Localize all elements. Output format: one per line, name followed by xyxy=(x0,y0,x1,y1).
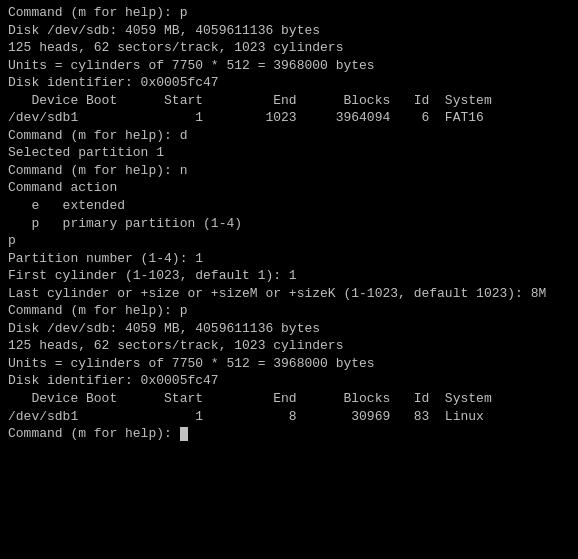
terminal-line: e extended xyxy=(8,197,570,215)
terminal-line: Device Boot Start End Blocks Id System xyxy=(8,92,570,110)
terminal-line: /dev/sdb1 1 1023 3964094 6 FAT16 xyxy=(8,109,570,127)
terminal-line: First cylinder (1-1023, default 1): 1 xyxy=(8,267,570,285)
terminal-line: Selected partition 1 xyxy=(8,144,570,162)
terminal-line: Last cylinder or +size or +sizeM or +siz… xyxy=(8,285,570,303)
terminal-line: Command action xyxy=(8,179,570,197)
terminal-line: Command (m for help): xyxy=(8,425,570,443)
terminal-line: Partition number (1-4): 1 xyxy=(8,250,570,268)
terminal-line: 125 heads, 62 sectors/track, 1023 cylind… xyxy=(8,337,570,355)
terminal-line: Command (m for help): n xyxy=(8,162,570,180)
terminal-line: Command (m for help): p xyxy=(8,302,570,320)
terminal-line: /dev/sdb1 1 8 30969 83 Linux xyxy=(8,408,570,426)
terminal-line: p xyxy=(8,232,570,250)
terminal-line: p primary partition (1-4) xyxy=(8,215,570,233)
terminal-line: Disk identifier: 0x0005fc47 xyxy=(8,372,570,390)
terminal-line: Command (m for help): d xyxy=(8,127,570,145)
terminal-cursor xyxy=(180,427,188,441)
terminal-line: Command (m for help): p xyxy=(8,4,570,22)
terminal-line: Disk /dev/sdb: 4059 MB, 4059611136 bytes xyxy=(8,22,570,40)
terminal-line: Disk /dev/sdb: 4059 MB, 4059611136 bytes xyxy=(8,320,570,338)
terminal-line: Device Boot Start End Blocks Id System xyxy=(8,390,570,408)
terminal-output: Command (m for help): pDisk /dev/sdb: 40… xyxy=(8,4,570,443)
terminal-line: Units = cylinders of 7750 * 512 = 396800… xyxy=(8,57,570,75)
terminal-line: 125 heads, 62 sectors/track, 1023 cylind… xyxy=(8,39,570,57)
terminal-line: Units = cylinders of 7750 * 512 = 396800… xyxy=(8,355,570,373)
terminal-line: Disk identifier: 0x0005fc47 xyxy=(8,74,570,92)
